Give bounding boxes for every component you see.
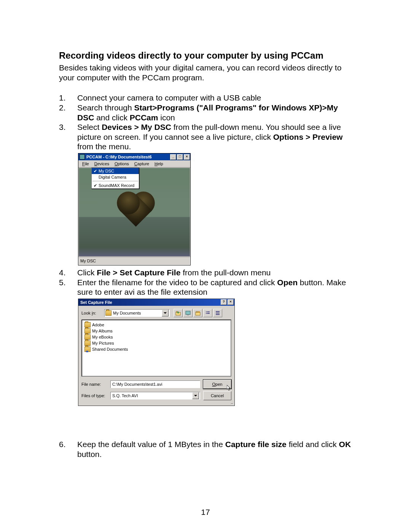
- filetype-row: Files of type: S.Q. Tech AVI Cancel: [81, 391, 231, 400]
- step-text: Search through Start>Programs ("All Prog…: [77, 103, 352, 122]
- menu-file[interactable]: File: [80, 161, 92, 166]
- folder-icon: [84, 328, 91, 334]
- maximize-button[interactable]: □: [177, 154, 183, 160]
- filetype-combo[interactable]: S.Q. Tech AVI: [110, 392, 200, 399]
- heart-decoration: [112, 194, 160, 243]
- devices-dropdown: ✔ My DSC Digital Camera ✔ SoundMAX Recor…: [91, 168, 139, 189]
- filename-input[interactable]: [110, 380, 200, 388]
- pccam-menubar: File Devices Options Capture Help: [78, 160, 190, 168]
- menu-help[interactable]: Help: [152, 161, 166, 166]
- step-4: 4. Click File > Set Capture File from th…: [59, 268, 352, 278]
- dialog-toolbar: [174, 309, 222, 317]
- folder-item[interactable]: My Albums: [84, 328, 229, 334]
- folder-icon: [84, 322, 91, 328]
- dialog-title: Set Capture File: [80, 300, 220, 305]
- details-view-button[interactable]: [213, 309, 222, 317]
- step-number: 6.: [59, 439, 67, 459]
- lookin-value: My Documents: [113, 311, 141, 315]
- window-buttons: _ □ ×: [169, 154, 190, 160]
- new-folder-button[interactable]: [193, 309, 202, 317]
- folder-item[interactable]: My Pictures: [84, 340, 229, 346]
- page-number: 17: [0, 508, 411, 517]
- desktop-button[interactable]: [183, 309, 193, 317]
- svg-rect-2: [186, 311, 190, 315]
- pccam-statusbar: My DSC: [78, 257, 190, 265]
- close-button[interactable]: ×: [228, 299, 234, 305]
- svg-rect-5: [196, 312, 198, 312]
- page-heading: Recording videos directly to your comput…: [59, 50, 352, 61]
- menu-divider: [92, 181, 138, 182]
- step-number: 2.: [59, 103, 67, 122]
- close-button[interactable]: ×: [184, 154, 190, 160]
- filename-row: File name: Open: [81, 380, 231, 389]
- dropdown-arrow-icon[interactable]: [162, 310, 169, 316]
- step-number: 5.: [59, 278, 67, 297]
- app-icon: [80, 154, 85, 160]
- device-soundmax[interactable]: ✔ SoundMAX Record: [92, 182, 139, 189]
- folder-item[interactable]: My eBooks: [84, 334, 229, 340]
- file-list[interactable]: Adobe My Albums My eBooks My Pictures Sh…: [81, 320, 231, 377]
- svg-rect-8: [206, 313, 207, 314]
- svg-rect-11: [216, 313, 220, 313]
- menu-capture[interactable]: Capture: [132, 161, 152, 166]
- instruction-list-cont: 4. Click File > Set Capture File from th…: [59, 268, 352, 297]
- step-text: Keep the default value of 1 MBytes in th…: [77, 439, 352, 459]
- pccam-content-area: ✔ My DSC Digital Camera ✔ SoundMAX Recor…: [78, 168, 190, 257]
- dialog-titlebar: Set Capture File ? ×: [78, 299, 234, 306]
- resize-grip-icon[interactable]: [229, 400, 234, 405]
- folder-icon: [105, 310, 112, 316]
- status-text: My DSC: [80, 259, 96, 263]
- step-6: 6. Keep the default value of 1 MBytes in…: [59, 439, 352, 459]
- menu-devices[interactable]: Devices: [92, 161, 112, 166]
- step-number: 1.: [59, 93, 67, 103]
- shared-folder-icon: [84, 347, 91, 352]
- pccam-window: PCCAM - C:\My Documents\test6 _ □ × File…: [78, 153, 191, 265]
- svg-rect-3: [187, 315, 189, 315]
- svg-rect-12: [216, 314, 220, 315]
- filename-label: File name:: [81, 382, 107, 387]
- pccam-titlebar: PCCAM - C:\My Documents\test6 _ □ ×: [78, 153, 190, 160]
- device-digital-camera[interactable]: Digital Camera: [92, 174, 139, 180]
- intro-paragraph: Besides taking videos with your digital …: [59, 63, 352, 82]
- dropdown-arrow-icon[interactable]: [192, 392, 199, 399]
- svg-rect-9: [207, 313, 210, 314]
- step-5: 5. Enter the filename for the video to b…: [59, 278, 352, 297]
- step-2: 2. Search through Start>Programs ("All P…: [59, 103, 352, 122]
- menu-options[interactable]: Options: [112, 161, 132, 166]
- instruction-list: 1. Connect your camera to computer with …: [59, 93, 352, 152]
- pccam-screenshot: PCCAM - C:\My Documents\test6 _ □ × File…: [78, 153, 352, 265]
- cancel-button[interactable]: Cancel: [203, 391, 231, 400]
- step-3: 3. Select Devices > My DSC from the pull…: [59, 122, 352, 152]
- check-icon: ✔: [93, 183, 97, 188]
- window-title: PCCAM - C:\My Documents\test6: [86, 155, 168, 159]
- lookin-row: Look in: My Documents: [81, 309, 231, 317]
- folder-item[interactable]: Shared Documents: [84, 346, 229, 352]
- svg-rect-10: [216, 311, 220, 312]
- minimize-button[interactable]: _: [170, 154, 176, 160]
- device-my-dsc[interactable]: ✔ My DSC: [92, 168, 139, 174]
- help-button[interactable]: ?: [221, 299, 227, 305]
- step-text: Enter the filename for the video to be c…: [77, 278, 352, 297]
- step-text: Select Devices > My DSC from the pull-do…: [77, 122, 352, 152]
- folder-icon: [84, 340, 91, 346]
- document-page: Recording videos directly to your comput…: [0, 0, 411, 532]
- folder-item[interactable]: Adobe: [84, 322, 229, 328]
- step-1: 1. Connect your camera to computer with …: [59, 93, 352, 103]
- lookin-combo[interactable]: My Documents: [104, 309, 170, 317]
- list-view-button[interactable]: [203, 309, 212, 317]
- instruction-list-cont2: 6. Keep the default value of 1 MBytes in…: [59, 439, 352, 459]
- dialog-body: Look in: My Documents: [78, 306, 234, 406]
- svg-rect-7: [207, 312, 210, 312]
- step-text: Connect your camera to computer with a U…: [77, 93, 352, 103]
- step-number: 4.: [59, 268, 67, 278]
- check-icon: ✔: [93, 169, 97, 174]
- set-capture-dialog: Set Capture File ? × Look in: My Documen…: [78, 299, 235, 406]
- step-number: 3.: [59, 122, 67, 152]
- step-text: Click File > Set Capture File from the p…: [77, 268, 352, 278]
- folder-icon: [84, 334, 91, 340]
- lookin-label: Look in:: [81, 311, 102, 315]
- svg-rect-6: [206, 312, 207, 312]
- up-folder-button[interactable]: [174, 309, 183, 317]
- filetype-label: Files of type:: [81, 393, 107, 398]
- svg-rect-4: [196, 312, 200, 315]
